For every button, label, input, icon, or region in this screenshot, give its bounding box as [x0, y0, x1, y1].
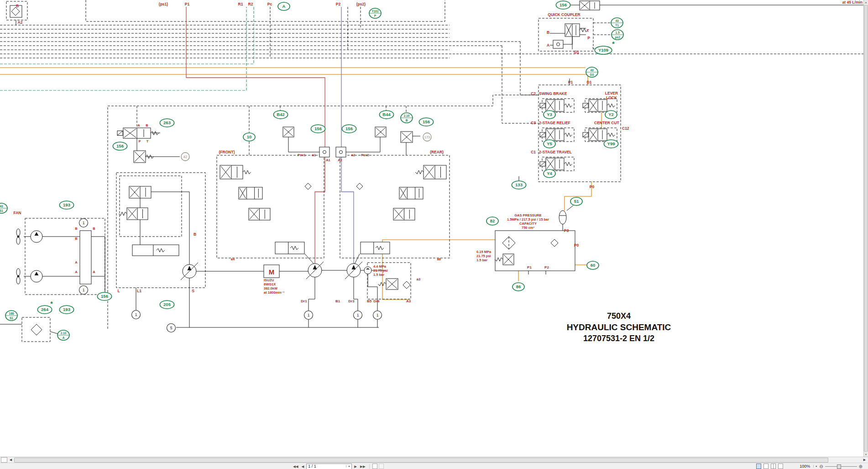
- schematic-line: [341, 157, 354, 263]
- ref-badge-label: 51: [574, 199, 579, 204]
- schematic-note: 21.75 psi: [476, 254, 491, 258]
- last-page-button[interactable]: ▶▶: [359, 464, 366, 469]
- schematic-label: Psv2: [361, 153, 369, 157]
- schematic-label: C12: [622, 126, 629, 131]
- valve-spring: [416, 170, 424, 174]
- schematic-label: A: [93, 270, 95, 274]
- page-number-value: 1 / 1: [308, 464, 316, 469]
- schematic-label: FAN: [14, 211, 21, 215]
- schematic-label: A: [75, 270, 78, 274]
- ref-badge-top-label: 43: [615, 19, 619, 22]
- ref-badge-bottom-label: P: [374, 14, 376, 17]
- chevron-down-icon[interactable]: ▼: [346, 465, 350, 468]
- schematic-label: Dr3: [348, 299, 355, 303]
- fan-blade: [16, 229, 20, 236]
- ref-badge-label: 193: [63, 307, 70, 312]
- ref-circle-label: 5: [170, 326, 173, 330]
- schematic-note: 4.4 MPa: [373, 264, 387, 269]
- schematic-label: B5: [367, 299, 372, 303]
- previous-view-button[interactable]: [372, 464, 377, 469]
- schematic-label: R2: [248, 2, 253, 6]
- schematic-label: M: [269, 268, 275, 276]
- fan-blade: [16, 277, 20, 284]
- schematic-label: a4: [231, 257, 235, 261]
- ref-badge-label: 156: [559, 2, 567, 7]
- zoom-combobox[interactable]: 100%: [795, 464, 810, 469]
- schematic-label: P2: [336, 2, 341, 6]
- previous-page-button[interactable]: ◀: [301, 464, 305, 469]
- vertical-scrollbar[interactable]: ▲ ▼: [863, 0, 868, 457]
- schematic-line: [355, 254, 360, 264]
- schematic-label: T: [586, 28, 589, 33]
- application-window: A156Y109Y3Y2Y5Y99Y4133B42B44156156156102…: [0, 0, 868, 469]
- schematic-note: ISUZU: [264, 278, 274, 282]
- valve-spring: [564, 104, 572, 107]
- zoom-slider-track: [825, 466, 857, 467]
- horizontal-scroll-track[interactable]: [14, 458, 861, 463]
- next-page-button[interactable]: ▶: [353, 464, 358, 469]
- zoom-chevron-down-icon[interactable]: ▼: [813, 465, 817, 468]
- ref-badge-bottom-label: D3: [590, 73, 594, 76]
- page-number-combobox[interactable]: 1 / 1 ▼: [306, 464, 352, 469]
- schematic-line: [563, 37, 572, 44]
- cylinder-symbol: [132, 245, 179, 256]
- schematic-label: A: [547, 43, 549, 47]
- scroll-up-button[interactable]: ▲: [864, 0, 868, 5]
- zoom-slider-knob[interactable]: [837, 464, 841, 469]
- ref-badge-label: 193: [63, 202, 70, 207]
- ref-badge-bottom-label: A: [63, 336, 65, 339]
- zoom-in-button[interactable]: ⊕: [859, 464, 863, 469]
- ref-circle-gray-label: 42: [183, 155, 187, 159]
- check-ball: [323, 151, 326, 154]
- ref-circle-label: 1: [308, 313, 310, 317]
- ref-badge-label: 133: [515, 182, 523, 187]
- ref-circle-label: 1: [135, 312, 137, 317]
- schematic-note: 750 cm³: [522, 226, 534, 230]
- scroll-left-button[interactable]: ◀: [7, 457, 14, 463]
- schematic-note: GAS PRESSURE: [514, 213, 542, 217]
- scroll-right-button[interactable]: ▶: [861, 457, 868, 463]
- continuous-view-button[interactable]: [763, 464, 769, 469]
- schematic-label: (FRONT): [219, 150, 235, 154]
- asterisk-mark: *: [50, 300, 53, 307]
- ref-badge-top-label: 168: [9, 312, 14, 315]
- schematic-label: B: [146, 123, 148, 127]
- schematic-line: [186, 7, 325, 147]
- valve-body: [239, 187, 262, 199]
- ref-badge-label: 156: [116, 143, 124, 148]
- zoom-slider[interactable]: [825, 464, 857, 469]
- next-view-button[interactable]: [379, 464, 384, 469]
- schematic-label: P: [587, 36, 590, 40]
- schematic-line: [520, 42, 539, 95]
- schematic-label: Dr6: [373, 299, 380, 303]
- schematic-label: P2: [544, 265, 549, 269]
- ref-badge-label: 156: [423, 119, 430, 124]
- facing-view-button[interactable]: [771, 464, 776, 469]
- view-zoom-group: 100% ▼ ⊖ ⊕: [756, 463, 863, 469]
- schematic-label: 12707531-2 EN 1/2: [583, 334, 654, 343]
- schematic-label: B: [75, 237, 78, 241]
- scroll-down-button[interactable]: ▼: [864, 452, 868, 457]
- schematic-line: [354, 277, 358, 311]
- first-page-button[interactable]: ◀◀: [292, 464, 299, 469]
- ref-badge-label: Y5: [547, 141, 552, 146]
- zoom-out-button[interactable]: ⊖: [819, 464, 823, 469]
- check-ball: [557, 43, 560, 46]
- schematic-label: A: [137, 123, 140, 127]
- check-diamond: [31, 324, 42, 335]
- schematic-line: [305, 254, 314, 264]
- schematic-label: P: [138, 139, 141, 143]
- ref-circle-label: 1: [83, 221, 85, 225]
- schematic-label: P1: [527, 265, 532, 269]
- schematic-line: [567, 206, 573, 211]
- ref-badge-bottom-label: T1: [615, 24, 619, 27]
- horizontal-scrollbar[interactable]: ◀ ▶: [0, 457, 868, 463]
- schematic-label: Pc: [267, 2, 272, 6]
- horizontal-scroll-thumb[interactable]: [14, 458, 828, 463]
- schematic-note: 6WG1X: [264, 282, 276, 286]
- ref-badge-label: 156: [345, 126, 353, 131]
- continuous-facing-view-button[interactable]: [778, 464, 783, 469]
- single-page-view-button[interactable]: [756, 464, 761, 469]
- ref-badge-label: 82: [490, 218, 495, 223]
- vertical-scroll-thumb[interactable]: [864, 5, 868, 452]
